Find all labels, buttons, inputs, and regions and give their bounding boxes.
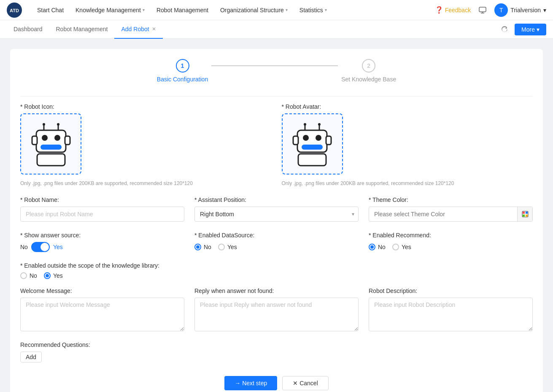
tab-add-robot[interactable]: Add Robot ✕ bbox=[114, 20, 162, 39]
nav-organizational-structure[interactable]: Organizational Structure ▾ bbox=[215, 4, 293, 16]
svg-rect-27 bbox=[326, 136, 331, 145]
show-answer-toggle[interactable] bbox=[31, 242, 50, 252]
toggle-thumb bbox=[40, 243, 49, 251]
svg-point-8 bbox=[57, 123, 59, 126]
main-nav: Start Chat Knowledge Management ▾ Robot … bbox=[32, 4, 435, 16]
enabled-recommend-label: * Enabled Recommend: bbox=[369, 232, 533, 239]
chevron-down-icon: ▾ bbox=[537, 26, 540, 33]
svg-rect-25 bbox=[304, 146, 321, 148]
add-button[interactable]: Add bbox=[20, 352, 42, 362]
more-button[interactable]: More ▾ bbox=[515, 24, 546, 35]
top-navigation: ATD Start Chat Knowledge Management ▾ Ro… bbox=[0, 0, 553, 20]
radio-circle-unchecked bbox=[218, 244, 225, 250]
svg-rect-2 bbox=[479, 7, 486, 12]
enabled-datasource-label: * Enabled DataSource: bbox=[194, 232, 359, 239]
cancel-button[interactable]: ✕ Cancel bbox=[282, 376, 328, 390]
outside-scope-label: * Enabled outside the scope of the knowl… bbox=[20, 262, 533, 269]
datasource-yes-radio[interactable]: Yes bbox=[218, 244, 237, 250]
radio-circle-checked bbox=[194, 244, 201, 250]
toggle-no-label: No bbox=[20, 244, 28, 250]
name-position-color-row: * Robot Name: * Assistant Position: Righ… bbox=[20, 196, 533, 222]
theme-color-label: * Theme Color: bbox=[369, 196, 533, 203]
robot-name-group: * Robot Name: bbox=[20, 196, 184, 222]
robot-avatar-group: * Robot Avatar: bbox=[282, 103, 533, 186]
svg-rect-33 bbox=[526, 215, 528, 217]
welcome-message-textarea[interactable] bbox=[20, 298, 184, 331]
robot-description-label: Robot Description: bbox=[369, 287, 533, 294]
svg-rect-14 bbox=[32, 136, 37, 145]
welcome-message-label: Welcome Message: bbox=[20, 287, 184, 294]
step-2: 2 Set Knowledge Base bbox=[341, 59, 396, 83]
form-card: 1 Basic Configuration 2 Set Knowledge Ba… bbox=[10, 49, 543, 392]
scope-no-radio[interactable]: No bbox=[20, 272, 37, 279]
monitor-icon bbox=[479, 6, 486, 14]
nav-knowledge-management[interactable]: Knowledge Management ▾ bbox=[70, 4, 150, 16]
datasource-no-radio[interactable]: No bbox=[194, 244, 211, 250]
reply-not-found-textarea[interactable] bbox=[194, 298, 359, 331]
radio-circle-unchecked bbox=[20, 272, 27, 279]
nav-right-section: ❓ Feedback T Trialversion ▾ bbox=[435, 3, 546, 17]
welcome-message-group: Welcome Message: bbox=[20, 287, 184, 331]
toggles-row: * Show answer source: No Yes * Enabled D… bbox=[20, 232, 533, 252]
recommend-yes-radio[interactable]: Yes bbox=[392, 244, 411, 250]
recommend-radio-group: No Yes bbox=[369, 244, 533, 250]
theme-color-group: * Theme Color: bbox=[369, 196, 533, 222]
scope-yes-radio[interactable]: Yes bbox=[44, 272, 63, 279]
svg-rect-32 bbox=[523, 215, 525, 217]
svg-point-18 bbox=[304, 123, 306, 126]
svg-text:ATD: ATD bbox=[10, 8, 19, 13]
robot-name-input[interactable] bbox=[20, 207, 184, 222]
outside-scope-row: * Enabled outside the scope of the knowl… bbox=[20, 262, 533, 279]
recommended-questions-label: Recommended Questions: bbox=[20, 341, 533, 348]
notification-button[interactable] bbox=[476, 3, 489, 17]
robot-icon-image bbox=[28, 121, 74, 167]
theme-color-input[interactable] bbox=[369, 211, 517, 217]
tab-bar: Dashboard Robot Management Add Robot ✕ M… bbox=[0, 20, 553, 39]
nav-start-chat[interactable]: Start Chat bbox=[32, 4, 69, 16]
robot-avatar-upload[interactable] bbox=[282, 113, 343, 175]
robot-avatar-hint: Only .jpg, .png files under 200KB are su… bbox=[282, 180, 533, 186]
tab-robot-management[interactable]: Robot Management bbox=[49, 20, 115, 39]
svg-point-23 bbox=[316, 135, 321, 141]
tab-dashboard[interactable]: Dashboard bbox=[7, 20, 49, 39]
step-2-label: Set Knowledge Base bbox=[341, 76, 396, 83]
robot-name-label: * Robot Name: bbox=[20, 196, 184, 203]
svg-point-10 bbox=[42, 135, 48, 141]
user-info[interactable]: T Trialversion ▾ bbox=[494, 3, 546, 17]
reply-not-found-label: Reply when answer not found: bbox=[194, 287, 359, 294]
assistant-position-group: * Assistant Position: Right Bottom Left … bbox=[194, 196, 359, 222]
avatar: T bbox=[494, 3, 508, 17]
color-picker-button[interactable] bbox=[517, 207, 532, 222]
robot-description-textarea[interactable] bbox=[369, 298, 533, 331]
assistant-position-select[interactable]: Right Bottom Left Bottom Right Top Left … bbox=[194, 207, 359, 222]
datasource-radio-group: No Yes bbox=[194, 244, 359, 250]
svg-rect-16 bbox=[37, 154, 65, 166]
radio-circle-unchecked bbox=[392, 244, 399, 250]
robot-icon-upload[interactable] bbox=[20, 113, 81, 175]
feedback-link[interactable]: ❓ Feedback bbox=[435, 6, 471, 14]
icon-avatar-row: * Robot Icon: bbox=[20, 103, 533, 186]
chevron-down-icon: ▾ bbox=[143, 8, 145, 12]
color-palette-icon bbox=[522, 211, 529, 217]
refresh-button[interactable] bbox=[498, 23, 511, 36]
reply-not-found-group: Reply when answer not found: bbox=[194, 287, 359, 331]
svg-point-20 bbox=[318, 123, 321, 126]
chevron-down-icon: ▾ bbox=[325, 8, 327, 12]
next-step-button[interactable]: → Next step bbox=[224, 376, 277, 390]
stepper: 1 Basic Configuration 2 Set Knowledge Ba… bbox=[20, 59, 533, 83]
svg-rect-26 bbox=[293, 136, 298, 145]
robot-description-group: Robot Description: bbox=[369, 287, 533, 331]
close-tab-icon[interactable]: ✕ bbox=[152, 26, 156, 32]
nav-robot-management[interactable]: Robot Management bbox=[151, 4, 213, 16]
robot-icon-label: * Robot Icon: bbox=[20, 103, 272, 110]
step-1: 1 Basic Configuration bbox=[157, 59, 208, 83]
nav-statistics[interactable]: Statistics ▾ bbox=[294, 4, 332, 16]
assistant-position-wrapper: Right Bottom Left Bottom Right Top Left … bbox=[194, 207, 359, 222]
recommend-no-radio[interactable]: No bbox=[369, 244, 386, 250]
show-answer-label: * Show answer source: bbox=[20, 232, 184, 239]
logo[interactable]: ATD bbox=[7, 3, 22, 18]
svg-point-22 bbox=[303, 135, 309, 141]
svg-point-11 bbox=[54, 135, 60, 141]
toggle-yes-label: Yes bbox=[53, 244, 63, 250]
robot-icon-hint: Only .jpg, .png files under 200KB are su… bbox=[20, 180, 272, 186]
